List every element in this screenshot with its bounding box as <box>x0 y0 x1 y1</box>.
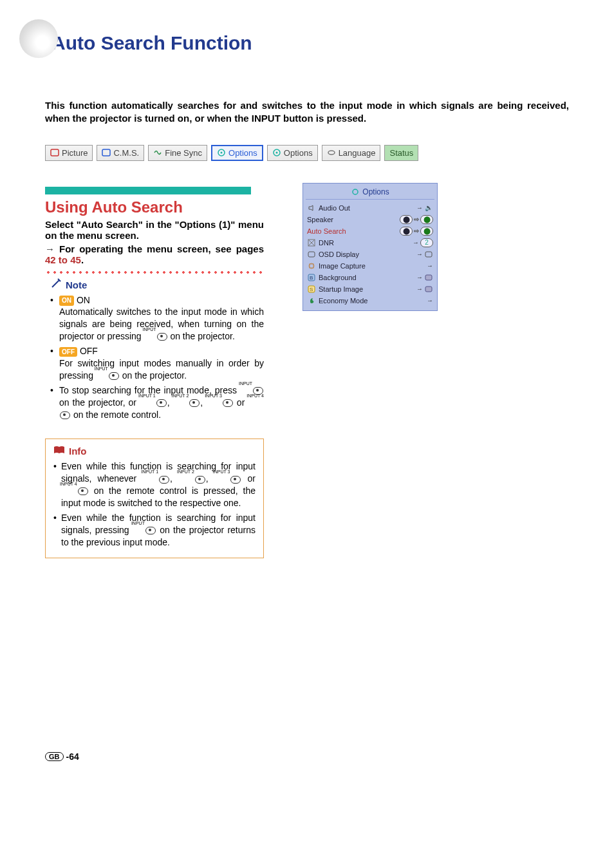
options-icon <box>217 148 226 157</box>
input3-icon <box>223 399 233 407</box>
options-panel-title: Options <box>306 187 434 200</box>
svg-rect-12 <box>310 264 313 268</box>
note-off: OFF OFF For switching input modes manual… <box>50 345 264 382</box>
svg-text:S: S <box>310 287 313 292</box>
opt-image-capture[interactable]: Image Capture → <box>306 260 434 272</box>
background-icon: B <box>307 273 316 282</box>
finesync-icon <box>153 148 162 157</box>
gb-badge: GB <box>45 752 64 761</box>
input-button-icon <box>157 333 167 341</box>
note-on: ON ON Automatically switches to the inpu… <box>50 294 264 343</box>
arrow-icon: → <box>45 243 59 254</box>
tab-label: Picture <box>62 148 88 158</box>
startup-value-icon <box>424 285 433 294</box>
options-panel: Options Audio Out →🔈 Speaker ⬤⇨⬤ <box>302 183 438 311</box>
section-heading: Using Auto Search <box>45 198 264 216</box>
page-link[interactable]: 42 to 45 <box>45 254 81 265</box>
opt-auto-search[interactable]: Auto Search ⬤⇨⬤ <box>306 225 434 237</box>
note-stop: To stop searching for the input mode, pr… <box>50 384 264 421</box>
tab-picture[interactable]: Picture <box>45 145 93 161</box>
tab-label: Status <box>389 148 413 158</box>
tab-label: Options <box>228 148 257 158</box>
svg-point-7 <box>353 189 358 194</box>
opt-dnr[interactable]: DNR →2 <box>306 237 434 249</box>
svg-rect-10 <box>425 252 432 257</box>
info-bullet-1: Even while this function is searching fo… <box>53 460 256 509</box>
toggle-icon: ⬤ <box>400 215 413 224</box>
svg-rect-0 <box>51 149 59 156</box>
cms-icon <box>102 148 111 157</box>
pencil-icon <box>50 278 62 292</box>
opt-osd[interactable]: OSD Display → <box>306 249 434 260</box>
capture-icon <box>307 261 316 270</box>
input3-icon <box>230 476 241 484</box>
opt-startup[interactable]: S Startup Image → <box>306 283 434 295</box>
svg-text:B: B <box>310 275 313 281</box>
input2-icon <box>195 476 205 484</box>
decorative-circle <box>19 19 58 58</box>
svg-point-6 <box>328 151 335 155</box>
audio-value-icon: 🔈 <box>424 203 433 212</box>
svg-rect-18 <box>425 287 432 292</box>
tab-status[interactable]: Status <box>384 145 418 161</box>
toggle-icon: ⬤ <box>400 227 413 236</box>
info-bullet-2: Even while the function is searching for… <box>53 512 256 549</box>
svg-rect-15 <box>425 275 432 280</box>
opt-audio-out[interactable]: Audio Out →🔈 <box>306 202 434 214</box>
svg-rect-1 <box>102 149 110 156</box>
tab-label: Options <box>284 148 313 158</box>
toggle-on-icon: ⬤ <box>420 215 433 224</box>
value-icon: 2 <box>420 238 433 247</box>
note-body: ON ON Automatically switches to the inpu… <box>45 294 264 421</box>
tab-cms[interactable]: C.M.S. <box>97 145 144 161</box>
tab-finesync[interactable]: Fine Sync <box>148 145 207 161</box>
input4-icon <box>78 487 88 495</box>
economy-icon <box>307 296 316 305</box>
tab-language[interactable]: Language <box>322 145 381 161</box>
tab-options2[interactable]: Options <box>267 145 318 161</box>
input1-icon <box>159 476 169 484</box>
input4-icon <box>60 411 70 419</box>
page-number: GB -64 <box>45 751 569 762</box>
section-bar <box>45 187 251 194</box>
svg-point-3 <box>221 152 223 154</box>
menu-tabs: Picture C.M.S. Fine Sync Options Options <box>45 145 569 161</box>
input2-icon <box>189 399 200 407</box>
page-title: Auto Search Function <box>51 32 569 54</box>
intro-text: This function automatically searches for… <box>45 99 569 126</box>
select-instruction: Select "Auto Search" in the "Options (1)… <box>45 219 264 241</box>
startup-icon: S <box>307 285 316 294</box>
options-icon <box>351 187 360 196</box>
svg-point-5 <box>275 152 277 154</box>
toggle-on-icon: ⬤ <box>420 227 433 236</box>
picture-icon <box>50 148 59 157</box>
info-box: Info Even while this function is searchi… <box>45 439 264 558</box>
tab-label: C.M.S. <box>113 148 139 158</box>
options-icon <box>272 148 281 157</box>
input1-icon <box>156 399 167 407</box>
operate-instruction: → For operating the menu screen, see pag… <box>45 243 264 265</box>
bg-value-icon <box>424 273 433 282</box>
input-button-icon <box>109 372 119 380</box>
tab-options1[interactable]: Options <box>211 145 263 161</box>
tab-label: Language <box>339 148 376 158</box>
input-button-icon <box>145 527 156 534</box>
svg-rect-9 <box>308 252 315 257</box>
note-heading: Note <box>50 278 264 292</box>
tab-label: Fine Sync <box>165 148 202 158</box>
info-heading: Info <box>53 446 256 457</box>
book-icon <box>53 446 65 457</box>
dnr-icon <box>307 238 316 247</box>
speaker-out-icon <box>307 203 316 212</box>
dotted-divider <box>45 270 264 274</box>
on-badge: ON <box>59 296 74 306</box>
opt-economy[interactable]: Economy Mode → <box>306 295 434 307</box>
opt-speaker[interactable]: Speaker ⬤⇨⬤ <box>306 214 434 225</box>
opt-background[interactable]: B Background → <box>306 272 434 283</box>
osd-icon <box>307 250 316 259</box>
off-badge: OFF <box>59 347 77 357</box>
language-icon <box>327 148 336 157</box>
osd-value-icon <box>424 250 433 259</box>
